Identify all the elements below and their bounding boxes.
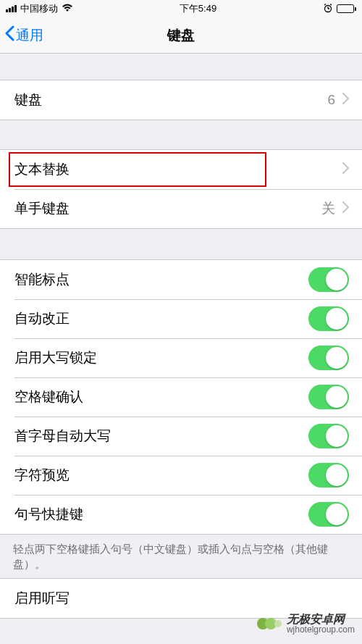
- spacer: [0, 120, 362, 149]
- cell-one-handed[interactable]: 单手键盘 关: [0, 189, 362, 228]
- signal-icon: [6, 5, 17, 12]
- status-bar: 中国移动 下午5:49: [0, 0, 362, 17]
- battery-icon: [337, 4, 356, 13]
- cell-value: 6: [327, 92, 335, 108]
- chevron-left-icon: [4, 25, 14, 45]
- watermark-sub: wjhotelgroup.com: [287, 625, 355, 635]
- watermark: 无极安卓网 wjhotelgroup.com: [256, 611, 355, 637]
- cell-label: 字符预览: [14, 466, 70, 485]
- footer-note: 轻点两下空格键插入句号（中文键盘）或插入句点与空格（其他键盘）。: [0, 535, 362, 578]
- status-right: [323, 3, 356, 15]
- toggle-switch[interactable]: [308, 385, 349, 409]
- alarm-icon: [323, 3, 333, 15]
- toggle-switch[interactable]: [308, 306, 349, 331]
- svg-line-3: [324, 4, 326, 5]
- status-time: 下午5:49: [180, 2, 216, 15]
- toggle-switch[interactable]: [308, 502, 349, 527]
- cell-char-preview[interactable]: 字符预览: [0, 456, 362, 495]
- cell-label: 启用大写锁定: [14, 348, 97, 367]
- page-title: 键盘: [167, 26, 195, 45]
- toggle-switch[interactable]: [308, 463, 349, 488]
- svg-line-4: [330, 4, 332, 5]
- cell-period-shortcut[interactable]: 句号快捷键: [0, 495, 362, 534]
- status-left: 中国移动: [6, 2, 73, 15]
- chevron-right-icon: [342, 93, 349, 107]
- carrier-label: 中国移动: [20, 2, 58, 15]
- cell-label: 文本替换: [14, 160, 70, 179]
- watermark-title: 无极安卓网: [287, 613, 355, 626]
- cell-label: 启用听写: [14, 589, 70, 608]
- cell-label: 空格键确认: [14, 388, 83, 406]
- wifi-icon: [62, 4, 73, 14]
- cell-label: 句号快捷键: [14, 505, 83, 524]
- cell-label: 首字母自动大写: [14, 427, 111, 446]
- cell-auto-correct[interactable]: 自动改正: [0, 299, 362, 338]
- cell-auto-capitalize[interactable]: 首字母自动大写: [0, 417, 362, 456]
- toggle-switch[interactable]: [308, 424, 349, 448]
- watermark-logo-icon: [256, 611, 282, 637]
- toggle-switch[interactable]: [308, 267, 349, 292]
- group-toggles: 智能标点 自动改正 启用大写锁定 空格键确认 首字母自动大写 字符预览 句号快捷…: [0, 259, 362, 535]
- chevron-right-icon: [342, 201, 349, 216]
- toggle-switch[interactable]: [308, 346, 349, 370]
- spacer: [0, 229, 362, 259]
- nav-bar: 通用 键盘: [0, 17, 362, 54]
- group-keyboards: 键盘 6: [0, 80, 362, 120]
- svg-point-7: [274, 620, 282, 627]
- spacer: [0, 54, 362, 80]
- cell-caps-lock[interactable]: 启用大写锁定: [0, 338, 362, 377]
- cell-label: 自动改正: [14, 309, 70, 328]
- cell-label: 键盘: [14, 91, 42, 109]
- back-button[interactable]: 通用: [0, 25, 43, 45]
- cell-label: 智能标点: [14, 270, 70, 289]
- cell-text-replace[interactable]: 文本替换: [0, 150, 362, 189]
- chevron-right-icon: [342, 162, 349, 177]
- group-text: 文本替换 单手键盘 关: [0, 149, 362, 229]
- cell-keyboards[interactable]: 键盘 6: [0, 80, 362, 120]
- cell-label: 单手键盘: [14, 199, 70, 218]
- cell-space-confirm[interactable]: 空格键确认: [0, 377, 362, 417]
- cell-smart-punctuation[interactable]: 智能标点: [0, 260, 362, 299]
- back-label: 通用: [16, 26, 43, 45]
- cell-value: 关: [321, 199, 335, 218]
